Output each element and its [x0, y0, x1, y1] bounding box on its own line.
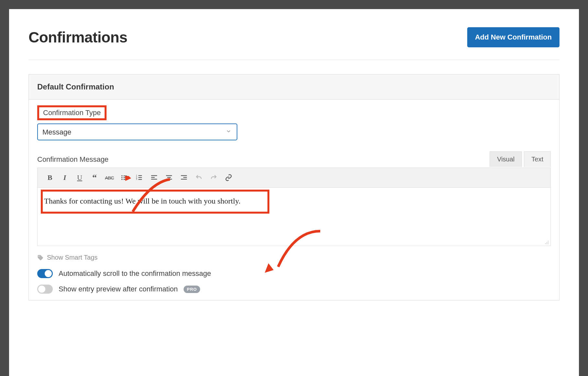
undo-icon[interactable] — [192, 171, 206, 184]
resize-handle-icon[interactable] — [544, 240, 549, 245]
confirmation-type-select[interactable]: Message — [37, 123, 237, 140]
svg-point-26 — [545, 243, 546, 244]
smart-tags-label: Show Smart Tags — [47, 254, 97, 261]
divider — [28, 60, 560, 60]
align-center-icon[interactable] — [162, 171, 176, 184]
svg-point-25 — [548, 242, 548, 243]
svg-rect-17 — [166, 175, 172, 176]
svg-point-4 — [121, 177, 123, 178]
bullet-list-icon[interactable] — [117, 171, 131, 184]
svg-rect-5 — [123, 177, 127, 178]
svg-point-24 — [547, 242, 547, 243]
auto-scroll-toggle[interactable] — [37, 269, 53, 278]
svg-rect-21 — [183, 177, 187, 178]
annotation-highlight-type: Confirmation Type — [37, 105, 107, 120]
svg-rect-9 — [138, 175, 142, 176]
tag-icon — [37, 254, 44, 261]
svg-point-6 — [121, 179, 123, 180]
svg-text:3: 3 — [136, 178, 137, 180]
svg-rect-19 — [166, 179, 172, 180]
entry-preview-toggle[interactable] — [37, 285, 53, 294]
redo-icon[interactable] — [207, 171, 221, 184]
svg-point-28 — [548, 243, 548, 244]
page-title: Confirmations — [28, 29, 127, 46]
svg-point-2 — [121, 175, 123, 177]
svg-rect-11 — [138, 177, 142, 178]
bold-icon[interactable]: B — [43, 171, 57, 184]
svg-rect-16 — [151, 179, 157, 180]
confirmation-type-label: Confirmation Type — [43, 109, 101, 117]
svg-rect-7 — [123, 179, 127, 180]
editor-toolbar: B I U “ ABC 123 — [37, 168, 551, 188]
numbered-list-icon[interactable]: 123 — [132, 171, 146, 184]
tab-visual[interactable]: Visual — [490, 151, 522, 167]
confirmation-message-editor[interactable]: Thanks for contacting us! We will be in … — [37, 188, 551, 246]
link-icon[interactable] — [221, 171, 236, 184]
italic-icon[interactable]: I — [58, 171, 72, 184]
confirmation-message-label: Confirmation Message — [37, 155, 108, 164]
tab-text[interactable]: Text — [524, 151, 551, 167]
quote-icon[interactable]: “ — [87, 171, 102, 184]
strikethrough-icon[interactable]: ABC — [102, 171, 117, 184]
svg-point-27 — [547, 243, 547, 244]
align-left-icon[interactable] — [147, 171, 161, 184]
pro-badge: PRO — [184, 286, 200, 293]
panel-header[interactable]: Default Confirmation — [29, 75, 559, 100]
svg-rect-14 — [151, 175, 157, 176]
confirmation-message-text: Thanks for contacting us! We will be in … — [44, 197, 241, 206]
add-new-confirmation-button[interactable]: Add New Confirmation — [467, 27, 560, 47]
align-right-icon[interactable] — [177, 171, 191, 184]
svg-rect-18 — [167, 177, 171, 178]
svg-rect-20 — [181, 175, 187, 176]
svg-rect-13 — [138, 179, 142, 180]
svg-rect-15 — [151, 177, 155, 178]
confirmation-panel: Default Confirmation Confirmation Type M… — [28, 74, 560, 300]
auto-scroll-label: Automatically scroll to the confirmation… — [59, 269, 211, 278]
svg-point-23 — [548, 241, 548, 241]
svg-rect-22 — [181, 179, 187, 180]
entry-preview-label: Show entry preview after confirmation — [59, 285, 178, 293]
show-smart-tags-link[interactable]: Show Smart Tags — [37, 254, 551, 261]
svg-rect-3 — [123, 176, 127, 176]
panel-title: Default Confirmation — [37, 82, 551, 91]
underline-icon[interactable]: U — [73, 171, 87, 184]
